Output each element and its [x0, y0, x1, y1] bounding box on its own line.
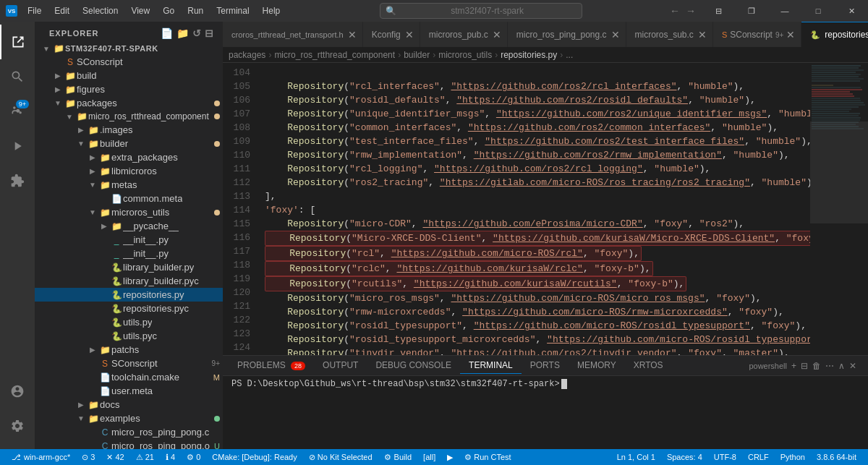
panel-tab-xrtos[interactable]: XRTOS: [625, 357, 672, 374]
panel-tab-memory[interactable]: MEMORY: [569, 357, 625, 374]
extensions-icon[interactable]: [0, 163, 35, 198]
breadcrumb-repositories-py[interactable]: repositories.py: [501, 50, 557, 60]
tab-ping-pong[interactable]: micro_ros_ping_pong.c ✕: [508, 22, 626, 47]
search-input[interactable]: [380, 3, 582, 19]
sidebar-item-build[interactable]: ▶ 📁 build: [35, 69, 223, 82]
sidebar-item-metas[interactable]: ▼ 📁 metas: [35, 178, 223, 192]
sidebar-item-extra-packages[interactable]: ▶ 📁 extra_packages: [35, 150, 223, 164]
breadcrumb-ellipsis[interactable]: ...: [566, 50, 573, 60]
sidebar-item-examples[interactable]: ▼ 📁 examples: [35, 411, 223, 425]
minimap[interactable]: [810, 63, 868, 355]
sidebar-item-library-builder-pyc[interactable]: 🐍 library_builder.pyc: [35, 274, 223, 288]
window-minimize-btn[interactable]: —: [768, 0, 801, 22]
menu-edit[interactable]: Edit: [48, 3, 75, 19]
tab-repositories-py[interactable]: 🐍 repositories.py ✕: [801, 22, 868, 47]
status-language[interactable]: Python: [775, 453, 811, 461]
sidebar-item-user-meta[interactable]: 📄 user.meta: [35, 384, 223, 398]
sidebar-item-pycache[interactable]: ▶ 📁 __pycache__: [35, 219, 223, 233]
menu-run[interactable]: Run: [182, 3, 209, 19]
breadcrumb-microros[interactable]: micro_ros_rtthread_component: [274, 50, 395, 60]
sidebar-item-docs[interactable]: ▶ 📁 docs: [35, 398, 223, 411]
panel-tab-problems[interactable]: PROBLEMS 28: [229, 357, 314, 374]
status-cmake-dot[interactable]: ⚙ 0: [181, 453, 206, 462]
panel-content[interactable]: PS D:\Desktop\Github_ws\rt-thread\bsp\st…: [223, 376, 868, 449]
panel-tab-terminal[interactable]: TERMINAL: [460, 357, 522, 374]
status-build[interactable]: ⚙ Build: [378, 453, 417, 462]
sidebar-item-toolchain[interactable]: 📄 toolchain.cmake M: [35, 370, 223, 384]
tab-close-icon[interactable]: ✕: [405, 30, 414, 40]
sidebar-item-ping-pong-c[interactable]: C micro_ros_ping_pong.c: [35, 425, 223, 439]
status-run-ctest[interactable]: ⚙ Run CTest: [459, 453, 516, 462]
status-line-ending[interactable]: CRLF: [742, 453, 775, 461]
tab-close-icon[interactable]: ✕: [493, 30, 501, 40]
status-info[interactable]: ℹ 4: [160, 453, 181, 462]
settings-icon[interactable]: [0, 409, 35, 443]
sidebar-item-builder[interactable]: ▼ 📁 builder: [35, 137, 223, 150]
run-debug-icon[interactable]: [0, 129, 35, 163]
sidebar-item-figures[interactable]: ▶ 📁 figures: [35, 82, 223, 96]
nav-back-icon[interactable]: ←: [670, 5, 680, 17]
sidebar-item-common-meta[interactable]: 📄 common.meta: [35, 192, 223, 205]
tab-close-icon[interactable]: ✕: [786, 30, 795, 40]
sidebar-item-sconscript[interactable]: S SConscript: [35, 55, 223, 69]
breadcrumb-packages[interactable]: packages: [229, 50, 265, 60]
panel-tab-debug-console[interactable]: DEBUG CONSOLE: [367, 357, 460, 374]
sidebar-item-microros[interactable]: ▼ 📁 micro_ros_rtthread_component: [35, 110, 223, 123]
collapse-icon[interactable]: ⊟: [205, 27, 214, 39]
status-all[interactable]: [all]: [417, 453, 441, 461]
sidebar-item-sconscript-2[interactable]: S SConscript 9+: [35, 357, 223, 370]
sidebar-item-library-builder[interactable]: 🐍 library_builder.py: [35, 260, 223, 274]
tab-croros-rtthread[interactable]: croros_rtthread_net_transport.h ✕: [223, 22, 363, 47]
search-activity-icon[interactable]: [0, 59, 35, 94]
account-icon[interactable]: [0, 374, 35, 409]
menu-file[interactable]: File: [22, 3, 47, 19]
tab-sconscript[interactable]: S SConscript 9+ ✕: [713, 22, 801, 47]
menu-selection[interactable]: Selection: [77, 3, 124, 19]
nav-forward-icon[interactable]: →: [686, 5, 696, 17]
sidebar-item-init-py[interactable]: _ __init__.py: [35, 233, 223, 247]
source-control-icon[interactable]: 9+: [0, 94, 35, 129]
window-layout-btn[interactable]: ⊟: [702, 0, 735, 22]
tab-close-icon[interactable]: ✕: [348, 30, 357, 40]
sidebar-item-microros-utils[interactable]: ▼ 📁 microros_utils: [35, 205, 223, 219]
menu-view[interactable]: View: [125, 3, 156, 19]
status-spaces[interactable]: Spaces: 4: [661, 453, 708, 461]
tab-close-icon[interactable]: ✕: [698, 30, 707, 40]
explorer-icon[interactable]: [0, 25, 35, 59]
sidebar-item-ping-pong-o[interactable]: C micro_ros_ping_pong.o U: [35, 439, 223, 449]
breadcrumb-builder[interactable]: builder: [404, 50, 430, 60]
status-position[interactable]: Ln 1, Col 1: [611, 453, 661, 461]
code-editor[interactable]: Repository("rcl_interfaces", "https://gi…: [259, 63, 810, 355]
panel-chevron-up-icon[interactable]: ∧: [838, 361, 845, 371]
panel-tab-ports[interactable]: PORTS: [522, 357, 569, 374]
tab-kconfig[interactable]: Kconfig ✕: [363, 22, 420, 47]
sidebar-item-patchs[interactable]: ▶ 📁 patchs: [35, 343, 223, 357]
status-cmake-debug[interactable]: CMake: [Debug]: Ready: [206, 453, 302, 461]
new-terminal-icon[interactable]: +: [791, 361, 796, 371]
minimap-viewport[interactable]: [810, 121, 868, 223]
window-maximize-btn[interactable]: □: [801, 0, 835, 22]
new-file-icon[interactable]: 📄: [161, 27, 174, 39]
sidebar-item-packages[interactable]: ▼ 📁 packages: [35, 96, 223, 110]
split-terminal-icon[interactable]: ⊟: [801, 361, 808, 371]
status-sync[interactable]: ⊙ 3: [76, 453, 101, 462]
sidebar-item-libmicroros[interactable]: ▶ 📁 libmicroros: [35, 164, 223, 178]
menu-go[interactable]: Go: [157, 3, 180, 19]
menu-help[interactable]: Help: [257, 3, 286, 19]
window-close-btn[interactable]: ✕: [835, 0, 868, 22]
sidebar-root[interactable]: ▼ 📁 STM32F407-RT-SPARK: [35, 42, 223, 55]
menu-terminal[interactable]: Terminal: [210, 3, 255, 19]
tab-close-icon[interactable]: ✕: [611, 30, 620, 40]
window-split-btn[interactable]: ❐: [735, 0, 768, 22]
panel-close-icon[interactable]: ✕: [849, 361, 856, 371]
sidebar-item-utils-pyc[interactable]: 🐍 utils.pyc: [35, 329, 223, 343]
sidebar-item-repositories-py[interactable]: 🐍 repositories.py: [35, 288, 223, 302]
sidebar-item-init-py-2[interactable]: _ __init__.py: [35, 247, 223, 260]
tab-microros-sub[interactable]: microros_sub.c ✕: [626, 22, 713, 47]
panel-more-icon[interactable]: ⋯: [825, 361, 834, 371]
tab-microros-pub[interactable]: microros_pub.c ✕: [420, 22, 508, 47]
breadcrumb-microros-utils[interactable]: microros_utils: [438, 50, 492, 60]
status-warnings[interactable]: ⚠ 21: [130, 453, 160, 462]
status-no-kit[interactable]: ⊘ No Kit Selected: [303, 453, 378, 462]
sidebar-item-images[interactable]: ▶ 📁 .images: [35, 123, 223, 137]
